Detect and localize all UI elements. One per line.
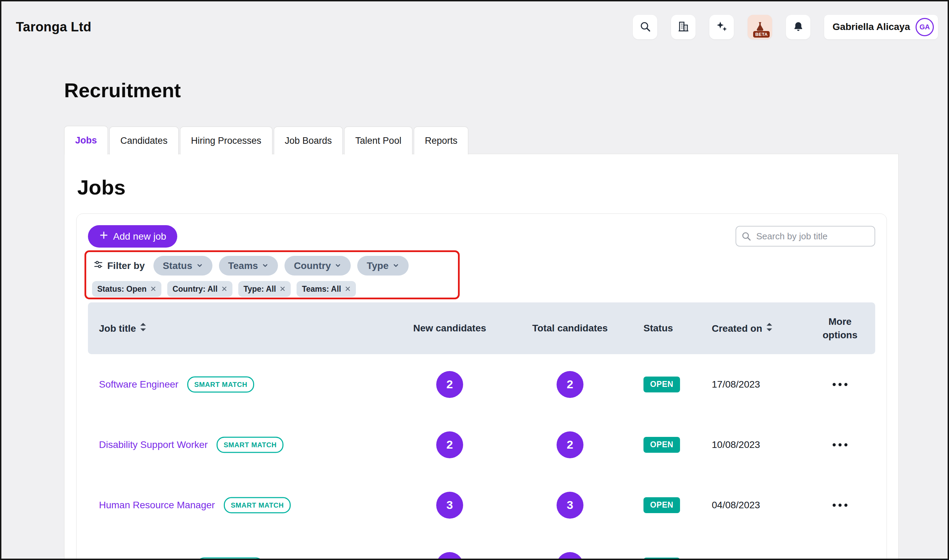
jobs-table-body: Software Engineer SMART MATCH 2 2 OPEN 1…: [88, 354, 875, 560]
chip-label: Country: All: [172, 285, 218, 294]
smart-match-badge: SMART MATCH: [217, 437, 283, 453]
job-title-cell: Disability Support Worker SMART MATCH: [99, 437, 283, 453]
header-job-title-label: Job title: [99, 323, 136, 334]
close-icon[interactable]: [150, 285, 156, 294]
tab-jobs[interactable]: Jobs: [64, 126, 108, 154]
new-candidates-count[interactable]: 2: [436, 431, 463, 458]
tab-candidates[interactable]: Candidates: [109, 126, 178, 154]
search-button[interactable]: [633, 15, 657, 39]
tab-hiring-processes[interactable]: Hiring Processes: [180, 126, 272, 154]
recruitment-tabs: Jobs Candidates Hiring Processes Job Boa…: [64, 126, 468, 154]
job-search-input[interactable]: [735, 226, 875, 246]
job-title-link[interactable]: Software Engineer: [99, 379, 178, 390]
more-options-button[interactable]: [829, 499, 852, 511]
sort-icon[interactable]: [140, 323, 146, 334]
job-title-cell: Software Engineer SMART MATCH: [99, 376, 254, 392]
job-title-link[interactable]: Human Resource Manager: [99, 500, 215, 511]
header-status: Status: [643, 323, 673, 334]
new-candidates-count[interactable]: [436, 552, 463, 560]
tab-job-boards[interactable]: Job Boards: [274, 126, 343, 154]
notifications-button[interactable]: [786, 15, 811, 39]
status-badge: OPEN: [643, 377, 680, 392]
total-candidates-count[interactable]: 2: [557, 431, 583, 458]
close-icon[interactable]: [221, 285, 227, 294]
user-menu[interactable]: Gabriella Alicaya GA: [824, 15, 938, 39]
topbar-actions: BETA Gabriella Alicaya GA: [633, 15, 938, 39]
add-new-job-label: Add new job: [113, 231, 166, 242]
filter-chip-type-all[interactable]: Type: All: [238, 281, 291, 297]
created-on-date: 17/08/2023: [712, 379, 760, 390]
chevron-down-icon: [392, 260, 399, 271]
search-icon: [639, 21, 651, 34]
chip-label: Type: All: [243, 285, 276, 294]
filter-chip-status-open[interactable]: Status: Open: [92, 281, 161, 297]
header-created-on: Created on: [712, 323, 773, 334]
labs-beta-button[interactable]: BETA: [748, 15, 772, 39]
chip-label: Status: Open: [97, 285, 146, 294]
filter-by-text: Filter by: [107, 260, 145, 271]
total-candidates-count[interactable]: 2: [557, 371, 583, 398]
close-icon[interactable]: [280, 285, 286, 294]
user-name: Gabriella Alicaya: [832, 22, 910, 32]
chevron-down-icon: [196, 260, 203, 271]
organisation-button[interactable]: [671, 15, 695, 39]
beta-badge: BETA: [753, 31, 770, 38]
header-more-options: More options: [812, 315, 867, 342]
sort-icon[interactable]: [766, 323, 773, 334]
filter-dropdown-status[interactable]: Status: [154, 256, 212, 275]
add-new-job-button[interactable]: Add new job: [88, 225, 177, 248]
tab-talent-pool[interactable]: Talent Pool: [344, 126, 412, 154]
job-title-link[interactable]: Disability Support Worker: [99, 439, 208, 450]
smart-features-button[interactable]: [709, 15, 734, 39]
new-candidates-count[interactable]: 3: [436, 492, 463, 518]
table-row-partial: SMART MATCH: [88, 535, 875, 560]
search-icon: [741, 231, 751, 243]
chevron-down-icon: [334, 260, 341, 271]
job-search: [735, 226, 875, 246]
app-window: Taronga Ltd BETA: [0, 0, 949, 560]
filter-chip-teams-all[interactable]: Teams: All: [297, 281, 356, 297]
jobs-card: Add new job Filter by: [76, 214, 887, 560]
active-filter-chips: Status: Open Country: All Type: All Team…: [92, 281, 356, 297]
tab-reports[interactable]: Reports: [414, 126, 469, 154]
top-bar: Taronga Ltd BETA: [2, 2, 947, 52]
status-dropdown-label: Status: [163, 260, 192, 271]
jobs-table-header: Job title New candidates Total candidate…: [88, 302, 875, 354]
filter-chip-country-all[interactable]: Country: All: [167, 281, 232, 297]
status-badge: [643, 558, 680, 560]
teams-dropdown-label: Teams: [228, 260, 258, 271]
annotation-red-box: Filter by Status Teams Country: [85, 250, 460, 299]
type-dropdown-label: Type: [366, 260, 388, 271]
jobs-panel: Jobs Add new job: [64, 154, 899, 560]
bell-icon: [793, 21, 804, 33]
more-options-button[interactable]: [829, 378, 852, 390]
filter-dropdown-type[interactable]: Type: [357, 256, 408, 275]
table-row: Human Resource Manager SMART MATCH 3 3 O…: [88, 475, 875, 535]
filter-row: Filter by Status Teams Country: [91, 256, 409, 275]
total-candidates-count[interactable]: 3: [557, 492, 583, 518]
job-title-cell: SMART MATCH: [99, 557, 263, 560]
status-badge: OPEN: [643, 497, 680, 513]
chip-label: Teams: All: [302, 285, 341, 294]
filter-sliders-icon: [93, 259, 103, 272]
smart-match-badge: SMART MATCH: [197, 557, 263, 560]
chevron-down-icon: [262, 260, 269, 271]
organisation-icon: [678, 21, 689, 34]
header-new-candidates: New candidates: [413, 323, 486, 334]
status-badge: OPEN: [643, 437, 680, 453]
filter-dropdown-country[interactable]: Country: [285, 256, 351, 275]
plus-icon: [99, 230, 109, 242]
filter-dropdown-teams[interactable]: Teams: [219, 256, 278, 275]
job-title-cell: Human Resource Manager SMART MATCH: [99, 497, 291, 513]
jobs-heading: Jobs: [77, 175, 126, 199]
more-options-button[interactable]: [829, 439, 852, 450]
filter-by-label: Filter by: [91, 259, 147, 272]
close-icon[interactable]: [345, 285, 351, 294]
total-candidates-count[interactable]: [557, 552, 583, 560]
table-row: Disability Support Worker SMART MATCH 2 …: [88, 414, 875, 475]
smart-match-badge: SMART MATCH: [187, 376, 254, 392]
company-name: Taronga Ltd: [16, 20, 91, 34]
header-created-on-label: Created on: [712, 323, 762, 334]
country-dropdown-label: Country: [294, 260, 331, 271]
new-candidates-count[interactable]: 2: [436, 371, 463, 398]
